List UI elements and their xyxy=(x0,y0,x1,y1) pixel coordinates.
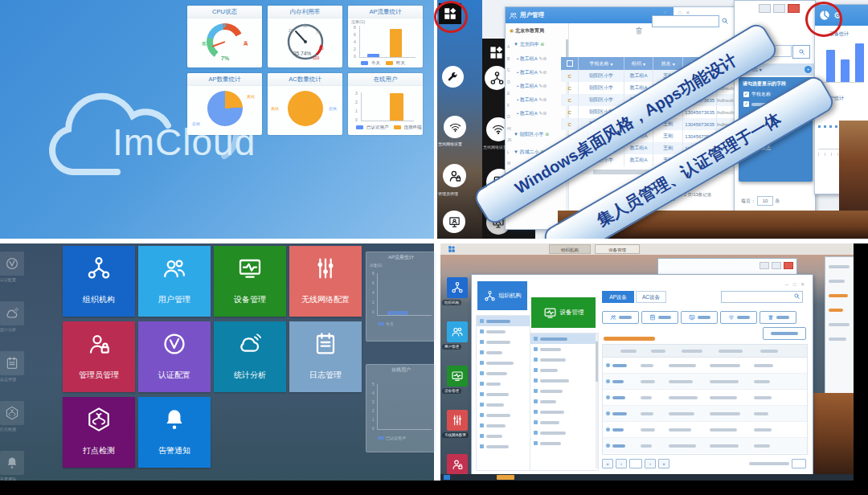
search-icon xyxy=(798,48,805,55)
tree-item[interactable] xyxy=(477,410,530,420)
sidebar-item-users[interactable] xyxy=(447,321,468,342)
tab-ap-devices[interactable]: AP设备 xyxy=(602,291,634,303)
tree-node-school[interactable]: ▼ 朝阳区小学 ⊕ xyxy=(514,131,549,138)
table-row[interactable] xyxy=(603,422,807,438)
tree-item[interactable] xyxy=(477,337,530,347)
column-header[interactable]: 学校名称▾ xyxy=(579,57,624,70)
online-status-icon[interactable] xyxy=(443,211,465,233)
search-input[interactable] xyxy=(721,291,803,303)
tile-logs[interactable]: 日志管理 xyxy=(289,321,362,392)
tree-item[interactable] xyxy=(530,354,598,365)
tile-probe[interactable]: 打点检测 xyxy=(63,397,135,468)
tree-item[interactable] xyxy=(477,326,530,337)
legend-label: 今天 xyxy=(371,60,380,66)
checkbox-checked-icon: ✓ xyxy=(743,92,749,97)
tree-node-group[interactable]: • 教工组A ✎⊘ xyxy=(517,96,547,104)
tile-wireless[interactable]: 无线网络配置 xyxy=(289,246,362,317)
search-icon[interactable] xyxy=(793,292,800,300)
bind-button[interactable] xyxy=(763,327,806,340)
taskbar-highlight-button[interactable] xyxy=(497,475,514,480)
tree-item[interactable] xyxy=(477,368,530,378)
prev-page-button[interactable]: ‹ xyxy=(616,459,627,468)
device-panel-header[interactable]: 设备管理 xyxy=(531,297,596,328)
org-root[interactable]: ◉ 北京市教育局 xyxy=(510,27,544,35)
tree-item[interactable] xyxy=(530,333,598,344)
tile-auth[interactable]: 认证配置 xyxy=(138,321,211,392)
wrench-icon[interactable] xyxy=(442,66,464,88)
tree-item[interactable] xyxy=(477,389,530,399)
sidebar-item-admins[interactable] xyxy=(447,454,468,475)
tree-item[interactable] xyxy=(530,396,598,407)
tree-node-school[interactable]: ▼ 北京四中 ⊕ xyxy=(514,41,544,48)
tile-users[interactable]: 用户管理 xyxy=(138,246,211,317)
next-page-button[interactable]: › xyxy=(645,459,656,468)
tree-item[interactable] xyxy=(530,344,598,354)
alphabet-index[interactable]: ABCDEFGHIJKLMN xyxy=(507,41,512,181)
tree-item[interactable] xyxy=(530,407,598,417)
search-button[interactable] xyxy=(792,45,810,59)
toolbar-button[interactable] xyxy=(681,311,718,324)
admin-lock-icon[interactable] xyxy=(443,164,466,187)
tree-item[interactable] xyxy=(530,365,598,375)
tile-stats[interactable]: 统计分析 xyxy=(214,321,286,392)
toolbar-button[interactable] xyxy=(641,311,678,324)
tree-item[interactable] xyxy=(477,441,530,452)
select-all-checkbox[interactable] xyxy=(561,57,579,70)
tab-devices[interactable]: 设备管理 xyxy=(595,244,640,254)
per-page-input[interactable]: 10 xyxy=(757,196,773,206)
tree-item[interactable] xyxy=(477,316,530,326)
wifi-icon[interactable] xyxy=(444,116,466,138)
table-row[interactable] xyxy=(603,406,807,422)
window-controls[interactable]: ? ─ □ ✕ xyxy=(663,10,691,15)
search-icon[interactable] xyxy=(721,17,729,25)
tile-org[interactable]: 组织机构 xyxy=(63,246,135,317)
toolbar-button[interactable] xyxy=(602,311,639,324)
tab-org[interactable]: 组织机构 xyxy=(549,244,591,254)
tree-item[interactable] xyxy=(530,386,598,396)
tree-item[interactable] xyxy=(477,347,530,358)
tree-node-group[interactable]: • 教工组A ✎⊘ xyxy=(517,110,547,117)
toolbar-button[interactable] xyxy=(720,311,757,324)
page-box[interactable] xyxy=(629,459,642,468)
tree-item[interactable] xyxy=(530,375,598,386)
tree-item[interactable] xyxy=(477,420,530,431)
table-row[interactable] xyxy=(603,358,807,374)
tree-node-group[interactable]: • 教工组A ✎⊘ xyxy=(517,55,547,63)
taskbar-app-icon[interactable] xyxy=(444,475,450,480)
tree-node-group[interactable]: • 教工组A ✎⊘ xyxy=(517,69,547,76)
tab-ac-devices[interactable]: AC设备 xyxy=(636,291,666,303)
tile-alerts[interactable]: 告警通知 xyxy=(138,397,211,468)
tile-devices[interactable]: 设备管理 xyxy=(214,246,286,317)
org-panel-header[interactable]: 组织机构 xyxy=(477,281,527,310)
window-titlebar[interactable]: 用户管理 xyxy=(506,7,674,23)
table-row[interactable] xyxy=(603,438,807,453)
window-controls[interactable]: ─ □ ✕ xyxy=(785,281,806,287)
column-header[interactable]: 组织▾ xyxy=(624,57,654,70)
tree-item[interactable] xyxy=(477,431,530,441)
table-row[interactable] xyxy=(603,390,807,406)
toolbar-button[interactable] xyxy=(760,311,796,324)
tree-item[interactable] xyxy=(477,399,530,410)
tree-scrollbar[interactable] xyxy=(596,333,598,468)
first-page-button[interactable]: « xyxy=(602,459,613,468)
sidebar-item-wireless[interactable] xyxy=(447,410,468,431)
tile-admins[interactable]: 管理员管理 xyxy=(63,321,135,392)
sidebar-item-org[interactable] xyxy=(447,277,468,298)
minimize-button[interactable] xyxy=(760,262,769,269)
sidebar-item-devices[interactable] xyxy=(447,366,468,387)
tree-item[interactable] xyxy=(530,417,598,428)
last-page-button[interactable]: » xyxy=(658,459,669,468)
table-row[interactable] xyxy=(603,374,807,390)
maximize-button[interactable] xyxy=(772,262,781,269)
per-page-box[interactable] xyxy=(792,459,806,468)
tree-item[interactable] xyxy=(530,428,598,438)
window-controls[interactable] xyxy=(759,4,800,13)
trash-icon[interactable] xyxy=(634,26,644,35)
tree-item[interactable] xyxy=(477,358,530,368)
tree-item[interactable] xyxy=(530,438,598,448)
search-input[interactable] xyxy=(652,15,719,27)
close-button[interactable] xyxy=(784,262,793,269)
tree-item[interactable] xyxy=(477,378,530,389)
tree-node-group[interactable]: • 教工组A ✎⊘ xyxy=(517,83,547,90)
column-header[interactable]: 姓名▾ xyxy=(653,57,683,70)
